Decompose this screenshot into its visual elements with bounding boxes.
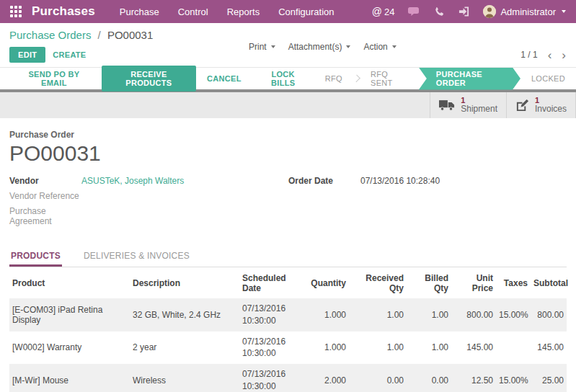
table-row[interactable]: [W0002] Warranty 2 year 07/13/2016 10:30…: [9, 331, 567, 365]
stat-button-band: 1 Shipment 1 Invoices: [0, 92, 576, 118]
cell-description: Wireless: [130, 364, 239, 392]
pager: 1 / 1 ‹ ›: [520, 49, 566, 61]
col-subtotal: Subtotal: [531, 267, 567, 298]
table-row[interactable]: [M-Wir] Mouse Wireless 07/13/2016 10:30:…: [9, 364, 567, 392]
cell-product: [W0002] Warranty: [9, 331, 130, 365]
cell-subtotal: 800.00: [531, 298, 567, 331]
col-unit-price: Unit Price: [451, 267, 496, 298]
user-name: Administrator: [500, 6, 556, 17]
statusbar-buttons: SEND PO BY EMAIL RECEIVE PRODUCTS CANCEL…: [9, 66, 314, 92]
breadcrumb-separator: /: [98, 29, 101, 41]
cell-received-qty: 0.00: [349, 364, 407, 392]
truck-icon: [439, 99, 455, 111]
phone-icon[interactable]: [434, 6, 445, 17]
tab-deliveries-invoices[interactable]: DELIVERIES & INVOICES: [82, 246, 191, 267]
record-subtitle: Purchase Order: [9, 130, 567, 140]
cell-description: 2 year: [130, 331, 239, 365]
sign-in-icon[interactable]: [458, 6, 469, 17]
pager-previous-icon[interactable]: ‹: [548, 49, 552, 61]
messages-icon[interactable]: [408, 6, 420, 17]
cell-billed-qty: 0.00: [407, 364, 451, 392]
status-rfq[interactable]: RFQ: [314, 68, 353, 90]
cell-taxes: 15.00%: [496, 364, 531, 392]
attachments-dropdown[interactable]: Attachment(s): [288, 42, 351, 52]
shipment-stat-button[interactable]: 1 Shipment: [430, 92, 506, 118]
vendor-reference-label: Vendor Reference: [9, 191, 81, 201]
top-navbar: Purchases Purchase Control Reports Confi…: [0, 0, 576, 23]
col-description: Description: [130, 267, 239, 298]
purchase-agreement-label: Purchase Agreement: [9, 206, 81, 226]
action-dropdowns: Print Attachment(s) Action: [249, 42, 396, 52]
statusbar: SEND PO BY EMAIL RECEIVE PRODUCTS CANCEL…: [0, 67, 576, 89]
cell-billed-qty: 1.00: [407, 298, 451, 331]
breadcrumb: Purchase Orders / PO00031: [9, 29, 566, 41]
col-quantity: Quantity: [306, 267, 349, 298]
vendor-value-link[interactable]: ASUSTeK, Joseph Walters: [81, 176, 184, 186]
main-menu: Purchase Control Reports Configuration: [120, 6, 334, 17]
order-lines-table: Product Description Scheduled Date Quant…: [9, 267, 567, 392]
cell-billed-qty: 1.00: [407, 331, 451, 365]
app-title[interactable]: Purchases: [32, 4, 95, 19]
cell-quantity: 2.000: [306, 364, 349, 392]
status-locked[interactable]: LOCKED: [520, 68, 576, 90]
status-rfq-sent[interactable]: RFQ SENT: [360, 68, 419, 90]
chevron-down-icon: [346, 45, 350, 48]
cell-scheduled-date: 07/13/2016 10:30:00: [239, 364, 306, 392]
cell-quantity: 1.000: [306, 298, 349, 331]
cell-subtotal: 25.00: [531, 364, 567, 392]
activity-counter[interactable]: @ 24: [372, 6, 395, 17]
control-panel: Purchase Orders / PO00031 EDIT CREATE 1 …: [0, 23, 576, 67]
create-button[interactable]: CREATE: [45, 47, 93, 63]
send-po-by-email-button[interactable]: SEND PO BY EMAIL: [9, 66, 99, 92]
menu-purchase[interactable]: Purchase: [120, 6, 159, 17]
cell-scheduled-date: 07/13/2016 10:30:00: [239, 298, 306, 331]
form-sheet: Purchase Order PO00031 Vendor ASUSTeK, J…: [0, 118, 576, 392]
print-dropdown[interactable]: Print: [249, 42, 275, 52]
col-received-qty: Received Qty: [349, 267, 407, 298]
menu-reports[interactable]: Reports: [227, 6, 260, 17]
avatar: [483, 5, 496, 18]
table-row[interactable]: [E-COM03] iPad Retina Display 32 GB, Whi…: [9, 298, 567, 331]
apps-grid-icon[interactable]: [10, 6, 22, 17]
cell-product: [E-COM03] iPad Retina Display: [9, 298, 130, 331]
cancel-button[interactable]: CANCEL: [199, 70, 249, 87]
cell-product: [M-Wir] Mouse: [9, 364, 130, 392]
cell-unit-price: 12.50: [451, 364, 496, 392]
breadcrumb-purchase-orders[interactable]: Purchase Orders: [9, 29, 91, 41]
at-icon: @: [372, 6, 382, 17]
cell-unit-price: 800.00: [451, 298, 496, 331]
order-date-label: Order Date: [288, 176, 360, 186]
menu-control[interactable]: Control: [178, 6, 208, 17]
cell-unit-price: 145.00: [451, 331, 496, 365]
order-date-value: 07/13/2016 10:28:40: [360, 176, 440, 186]
col-scheduled-date: Scheduled Date: [239, 267, 306, 298]
user-menu[interactable]: Administrator: [483, 5, 566, 18]
vendor-label: Vendor: [9, 176, 81, 186]
cell-taxes: 15.00%: [496, 298, 531, 331]
cell-scheduled-date: 07/13/2016 10:30:00: [239, 331, 306, 365]
cell-received-qty: 1.00: [349, 298, 407, 331]
chevron-down-icon: [271, 45, 275, 48]
receive-products-button[interactable]: RECEIVE PRODUCTS: [102, 66, 196, 92]
status-purchase-order[interactable]: PURCHASE ORDER: [419, 68, 520, 90]
chevron-down-icon: [392, 45, 396, 48]
chevron-down-icon: [562, 10, 566, 13]
cell-received-qty: 1.00: [349, 331, 407, 365]
action-dropdown[interactable]: Action: [363, 42, 396, 52]
pager-next-icon[interactable]: ›: [562, 49, 566, 61]
cell-taxes: [496, 331, 531, 365]
tab-products[interactable]: PRODUCTS: [9, 246, 62, 267]
menu-configuration[interactable]: Configuration: [278, 6, 334, 17]
invoices-stat-button[interactable]: 1 Invoices: [506, 92, 576, 118]
topbar-right: @ 24 Administrator: [372, 5, 566, 18]
col-product: Product: [9, 267, 130, 298]
pencil-square-icon: [515, 99, 529, 112]
col-billed-qty: Billed Qty: [407, 267, 451, 298]
field-group: Vendor ASUSTeK, Joseph Walters Vendor Re…: [9, 176, 567, 231]
invoices-label: Invoices: [535, 104, 567, 115]
lock-bills-button[interactable]: LOCK BILLS: [252, 66, 314, 92]
breadcrumb-current: PO00031: [107, 29, 153, 41]
edit-button[interactable]: EDIT: [9, 47, 45, 63]
pager-value: 1 / 1: [520, 50, 537, 60]
table-header-row: Product Description Scheduled Date Quant…: [9, 267, 567, 298]
